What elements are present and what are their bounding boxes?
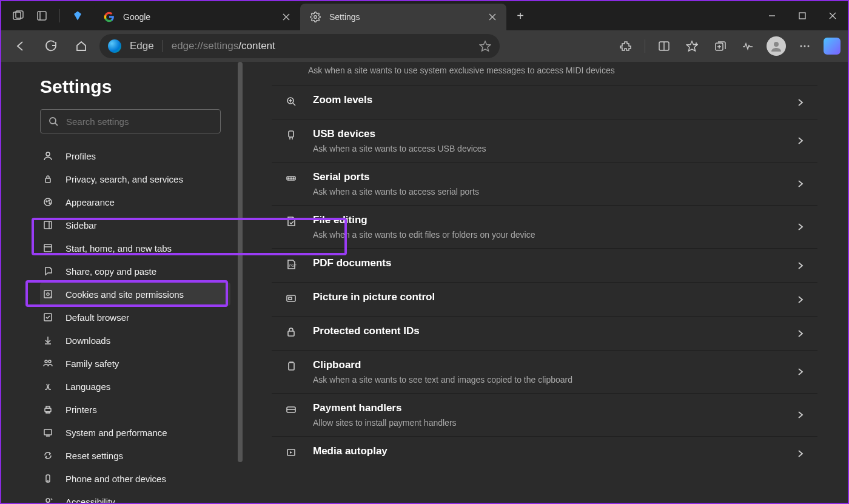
sidebar-item-appearance[interactable]: Appearance [40,190,230,213]
close-window-button[interactable] [817,1,848,30]
row-title: Zoom levels [313,94,781,106]
sidebar-item-privacy-search-and-services[interactable]: Privacy, search, and services [40,167,230,190]
sidebar-item-profiles[interactable]: Profiles [40,144,230,167]
svg-point-37 [47,293,49,295]
new-tab-button[interactable]: + [506,1,534,30]
search-input[interactable] [66,116,213,127]
setting-row-pdf-documents[interactable]: PDFPDF documents [272,248,817,282]
nav-label: Languages [65,381,110,392]
svg-point-22 [804,45,806,47]
nav-label: Printers [65,405,97,415]
back-button[interactable] [8,34,33,58]
row-title: File editing [313,214,781,226]
setting-row-payment-handlers[interactable]: Payment handlersAllow sites to install p… [272,393,817,436]
url-text: edge://settings/content [172,40,471,52]
settings-search[interactable] [40,109,221,133]
address-bar[interactable]: Edge edge://settings/content [99,34,500,58]
setting-row-usb-devices[interactable]: USB devicesAsk when a site wants to acce… [272,119,817,162]
nav-label: Accessibility [65,497,115,505]
svg-rect-66 [289,363,294,370]
svg-rect-65 [288,331,294,336]
sidebar-item-start-home-and-new-tabs[interactable]: Start, home, and new tabs [40,237,230,260]
nav-icon [40,496,56,504]
refresh-button[interactable] [39,34,63,58]
sidebar-item-default-browser[interactable]: Default browser [40,306,230,329]
row-subtitle: Ask when a site wants to see text and im… [313,375,781,385]
setting-row-file-editing[interactable]: File editingAsk when a site wants to edi… [272,205,817,248]
midi-description: Ask when a site wants to use system excl… [272,62,817,85]
more-menu-icon[interactable] [796,37,814,55]
nav-icon [40,335,56,346]
favorites-icon[interactable] [683,37,701,55]
sidebar-item-languages[interactable]: Languages [40,375,230,398]
extensions-icon[interactable] [617,37,635,55]
nav-label: Start, home, and new tabs [65,243,172,254]
setting-row-clipboard[interactable]: ClipboardAsk when a site wants to see te… [272,350,817,393]
setting-row-serial-ports[interactable]: Serial portsAsk when a site wants to acc… [272,162,817,205]
close-tab-icon[interactable] [282,13,290,21]
sidebar-item-downloads[interactable]: Downloads [40,329,230,352]
sidebar-item-phone-and-other-devices[interactable]: Phone and other devices [40,467,230,490]
svg-rect-55 [289,131,294,137]
sidebar-item-system-and-performance[interactable]: System and performance [40,421,230,444]
sidebar-item-sidebar[interactable]: Sidebar [40,213,230,237]
nav-label: Downloads [65,335,110,346]
svg-point-20 [774,42,779,47]
browser-tab-settings[interactable]: Settings [300,4,506,30]
svg-rect-44 [46,406,50,408]
svg-point-24 [50,118,56,124]
nav-label: Sidebar [65,220,97,230]
row-icon: PDF [284,258,298,270]
workspace-icon[interactable] [72,10,83,21]
site-identity: Edge [130,40,154,52]
row-subtitle: Allow sites to install payment handlers [313,418,781,428]
row-subtitle: Ask when a site wants to access USB devi… [313,144,781,153]
browser-tab-google[interactable]: Google [94,4,300,30]
maximize-button[interactable] [787,1,817,30]
svg-rect-32 [44,221,52,229]
row-icon [284,95,298,107]
nav-label: Share, copy and paste [65,266,156,277]
collections-icon[interactable] [711,37,729,55]
split-screen-icon[interactable] [655,37,673,55]
svg-point-26 [46,152,50,156]
setting-row-zoom-levels[interactable]: Zoom levels [272,85,817,119]
setting-row-protected-content-ids[interactable]: Protected content IDs [272,316,817,350]
home-button[interactable] [69,34,93,58]
svg-point-21 [800,45,802,47]
close-tab-icon[interactable] [488,13,497,21]
svg-rect-43 [45,408,51,412]
nav-icon [40,289,56,300]
row-title: USB devices [313,128,781,140]
settings-heading: Settings [40,76,230,97]
svg-point-50 [46,499,50,502]
chevron-right-icon [796,410,805,420]
sidebar-scrollbar[interactable] [238,62,243,503]
svg-line-25 [55,123,58,126]
setting-row-media-autoplay[interactable]: Media autoplay [272,436,817,470]
row-title: Serial ports [313,171,781,183]
profile-avatar[interactable] [767,36,786,56]
copilot-icon[interactable] [824,38,841,55]
tab-actions-icon[interactable] [12,10,24,22]
row-icon [284,326,298,338]
vertical-tabs-icon[interactable] [36,10,47,21]
sidebar-item-family-safety[interactable]: Family safety [40,352,230,375]
chevron-right-icon [796,449,805,459]
sidebar-item-accessibility[interactable]: Accessibility [40,490,230,504]
svg-point-59 [288,178,289,179]
chevron-right-icon [796,98,805,107]
sidebar-item-reset-settings[interactable]: Reset settings [40,444,230,467]
chevron-right-icon [796,261,805,270]
nav-label: Family safety [65,358,119,369]
performance-icon[interactable] [739,37,757,55]
svg-rect-45 [46,412,50,413]
sidebar-item-printers[interactable]: Printers [40,398,230,421]
setting-row-picture-in-picture-control[interactable]: Picture in picture control [272,282,817,316]
sidebar-item-cookies-and-site-permissions[interactable]: Cookies and site permissions [40,283,230,306]
row-title: Protected content IDs [313,325,781,337]
sidebar-item-share-copy-and-paste[interactable]: Share, copy and paste [40,260,230,283]
minimize-button[interactable] [757,1,787,30]
chevron-right-icon [796,222,805,232]
favorite-icon[interactable] [479,40,491,52]
